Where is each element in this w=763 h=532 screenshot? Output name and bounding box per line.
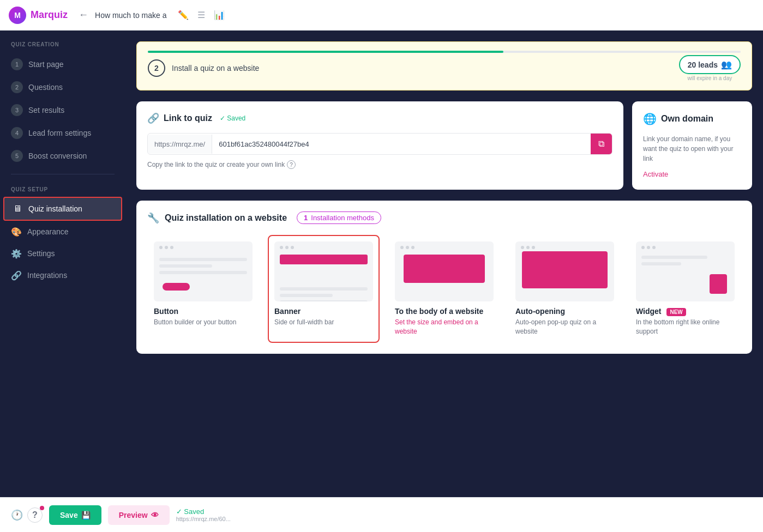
link-to-quiz-card: 🔗 Link to quiz ✓ Saved https://mrqz.me/ … [136,101,623,190]
leads-badge[interactable]: 20 leads 👥 [679,55,741,74]
dot [280,246,283,249]
method-card-button[interactable]: Button Button builder or your button [147,235,259,343]
save-icon: 💾 [81,511,91,519]
method-name-banner: Banner [274,307,373,316]
saved-status: ✓ Saved https://mrqz.me/60... [176,507,231,522]
sidebar-item-start-page[interactable]: 1 Start page [0,53,125,76]
leads-count: 20 leads [688,61,718,69]
preview-line-short [641,262,681,265]
dot [165,246,168,249]
copy-link-button[interactable]: ⧉ [591,134,612,154]
monitor-icon: 🖥 [12,203,23,214]
link-input-row: https://mrqz.me/ ⧉ [147,133,612,155]
dot [526,246,530,249]
method-card-auto[interactable]: Auto-opening Auto-open pop-up quiz on a … [509,235,621,343]
topbar-icons: ✏️ ☰ 📊 [176,8,227,22]
main-content: 2 Install a quiz on a website 20 leads 👥… [125,31,763,497]
dot [521,246,524,249]
sidebar-item-label-start-page: Start page [28,60,64,69]
chart-icon-button[interactable]: 📊 [212,8,227,22]
dot [400,246,404,249]
sidebar-item-label-lead-form: Lead form settings [28,129,91,137]
sidebar-item-label-appearance: Appearance [27,227,69,236]
auto-preview [515,241,614,301]
dot [285,246,289,249]
link-card-header: 🔗 Link to quiz ✓ Saved [147,112,612,124]
bottom-bar: 🕐 ? Save 💾 Preview 👁 ✓ Saved https://mrq… [0,497,763,532]
notification-badge [40,506,44,510]
method-card-body[interactable]: To the body of a website Set the size an… [388,235,500,343]
banner-text: Install a quiz on a website [172,64,259,72]
preview-line [159,271,247,274]
sidebar-item-settings[interactable]: ⚙️ Settings [0,243,125,264]
preview-line [159,258,247,261]
method-desc-body: Set the size and embed on a website [395,318,494,336]
logo-icon: M [9,7,26,24]
preview-button[interactable]: Preview 👁 [108,505,170,525]
preview-line-short [159,264,212,268]
sidebar-item-number-5: 5 [11,150,23,162]
logo: M Marquiz [9,7,68,24]
preview-dots [641,246,656,249]
dot [411,246,414,249]
sidebar-item-number-1: 1 [11,58,23,70]
leads-expire: will expire in a day [688,75,732,81]
save-button[interactable]: Save 💾 [49,505,101,525]
dot [406,246,409,249]
sidebar-item-label-integrations: Integrations [27,271,67,280]
logo-text: Marquiz [31,9,68,21]
preview-auto-rect [522,251,608,288]
sidebar-item-lead-form[interactable]: 4 Lead form settings [0,122,125,144]
sidebar-item-boost-conversion[interactable]: 5 Boost conversion [0,144,125,167]
link-prefix: https://mrqz.me/ [148,135,212,154]
sidebar-item-appearance[interactable]: 🎨 Appearance [0,221,125,243]
link-help-text: Copy the link to the quiz or create your… [147,161,285,168]
link-input[interactable] [212,135,591,154]
method-card-widget[interactable]: Widget NEW In the bottom right like onli… [629,235,741,343]
new-badge: NEW [666,308,686,316]
install-section: 🔧 Quiz installation on a website 1 Insta… [136,201,752,354]
quiz-title: How much to make a [95,11,167,20]
method-name-widget: Widget NEW [636,307,735,316]
sidebar-item-number-2: 2 [11,81,23,93]
sidebar-item-label-boost-conversion: Boost conversion [28,152,87,160]
method-name-auto: Auto-opening [515,307,614,316]
domain-card-header: 🌐 Own domain [643,112,741,125]
preview-dots [280,246,294,249]
back-button[interactable]: ← [79,9,88,21]
link-help: Copy the link to the quiz or create your… [147,160,612,169]
sidebar-item-set-results[interactable]: 3 Set results [0,99,125,122]
preview-label: Preview [119,511,148,519]
activate-link[interactable]: Activate [643,170,668,178]
list-icon-button[interactable]: ☰ [195,8,207,22]
methods-grid: Button Button builder or your button [147,235,741,343]
history-icon-button[interactable]: 🕐 [11,509,23,521]
sidebar-item-quiz-installation[interactable]: 🖥 Quiz installation [3,197,122,221]
leads-icon: 👥 [721,59,732,70]
preview-line [641,256,707,259]
appearance-icon: 🎨 [11,226,22,237]
preview-line [280,300,368,301]
sidebar-item-label-settings: Settings [27,249,55,258]
link-card-title: Link to quiz [164,113,212,123]
eye-icon: 👁 [151,511,159,519]
edit-icon-button[interactable]: ✏️ [176,8,191,22]
cards-row: 🔗 Link to quiz ✓ Saved https://mrqz.me/ … [136,101,752,190]
preview-button-element [163,283,190,291]
install-badge-text: Installation methods [311,214,374,222]
progress-bar [148,51,741,53]
preview-banner-bar [280,255,368,264]
preview-line [280,287,368,291]
help-button[interactable]: ? [27,507,43,523]
sidebar-item-integrations[interactable]: 🔗 Integrations [0,264,125,286]
own-domain-card: 🌐 Own domain Link your domain name, if y… [632,101,752,190]
dot [532,246,535,249]
method-desc-button: Button builder or your button [154,318,253,327]
domain-title: Own domain [661,114,713,124]
topbar: M Marquiz ← How much to make a ✏️ ☰ 📊 [0,0,763,31]
dot [291,246,294,249]
sidebar-item-questions[interactable]: 2 Questions [0,76,125,99]
method-card-banner[interactable]: Banner Side or full-width bar [268,235,380,343]
settings-icon: ⚙️ [11,248,22,259]
sidebar-divider [11,174,115,174]
